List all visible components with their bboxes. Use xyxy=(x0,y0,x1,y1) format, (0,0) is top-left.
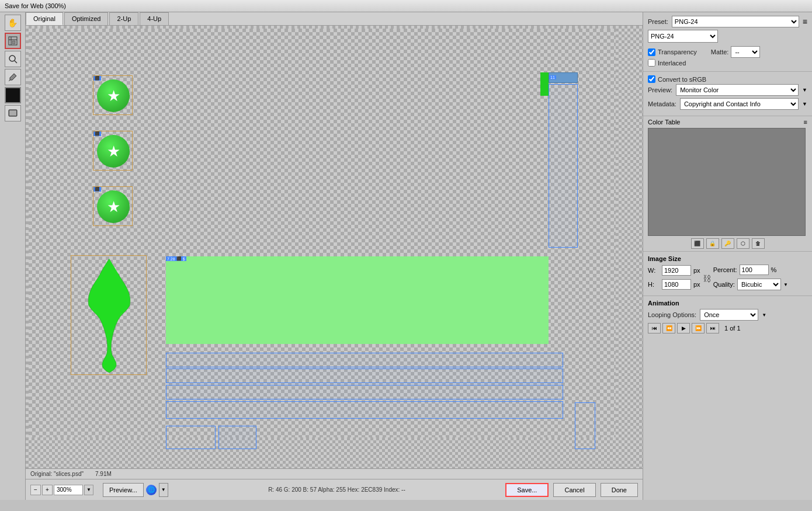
zoom-plus-btn[interactable]: + xyxy=(42,485,53,495)
eyedropper-tool[interactable] xyxy=(5,69,21,85)
matte-select[interactable]: -- xyxy=(731,46,760,58)
metadata-dropdown-arrow: ▼ xyxy=(802,101,807,107)
canvas-viewport[interactable]: ⬛ ★ ⬛ ★ ⬛ xyxy=(26,26,643,468)
metadata-select[interactable]: Copyright and Contact Info xyxy=(680,98,799,110)
color-table-section: Color Table ≡ ⬛ 🔒 🔑 ⬡ 🗑 xyxy=(643,116,812,251)
preview-select[interactable]: Monitor Color xyxy=(676,84,799,96)
percent-input[interactable] xyxy=(740,265,769,275)
title-text: Save for Web (300%) xyxy=(5,2,66,9)
image-size-section: Image Size W: px H: px ⛓ xyxy=(643,251,812,296)
bottom-left-controls: − + 300% ▼ Preview... 🌐 ▼ xyxy=(30,483,168,497)
anim-last-btn[interactable]: ⏭ xyxy=(706,323,719,333)
height-unit: px xyxy=(693,281,700,288)
svg-marker-3 xyxy=(12,41,15,44)
slice-frame-2: ⬛ ★ xyxy=(93,131,133,171)
metadata-row: Metadata: Copyright and Contact Info ▼ xyxy=(648,98,807,110)
slice-select-tool[interactable] xyxy=(5,33,21,49)
cancel-button[interactable]: Cancel xyxy=(553,483,595,497)
file-size: 7.91M xyxy=(95,471,112,477)
svg-point-4 xyxy=(9,55,15,61)
hand-tool[interactable]: ✋ xyxy=(5,15,21,31)
quality-select[interactable]: Bicubic xyxy=(737,279,781,290)
link-icon: ⛓ xyxy=(703,274,711,283)
svg-line-5 xyxy=(15,61,17,63)
zoom-dropdown[interactable]: ▼ xyxy=(84,485,93,495)
green-rect: 7.28 ⬛ $ xyxy=(166,256,549,344)
size-percent-group: Percent: % Quality: Bicubic ▼ xyxy=(713,265,788,292)
transparency-section: Transparency Matte: -- Interlaced xyxy=(648,46,807,67)
svg-rect-8 xyxy=(9,110,16,116)
preview-button[interactable]: Preview... xyxy=(103,483,144,497)
anim-prev-btn[interactable]: ⏪ xyxy=(662,323,675,333)
interlaced-checkbox[interactable] xyxy=(648,59,655,67)
transparency-row: Transparency Matte: -- xyxy=(648,46,807,58)
width-input[interactable] xyxy=(662,265,691,276)
zoom-tool[interactable] xyxy=(5,51,21,67)
ct-btn-1[interactable]: ⬛ xyxy=(691,238,704,249)
ct-btn-5[interactable]: 🗑 xyxy=(752,238,765,249)
height-label: H: xyxy=(648,281,660,288)
save-button[interactable]: Save... xyxy=(505,483,549,497)
svg-line-6 xyxy=(9,80,10,81)
slice-top-right: 11 xyxy=(549,72,578,83)
tab-4up[interactable]: 4-Up xyxy=(140,12,169,25)
ct-btn-4[interactable]: ⬡ xyxy=(737,238,749,249)
size-inputs-row: W: px H: px ⛓ Percent: xyxy=(648,265,807,292)
slice-frame-3: ⬛ ★ xyxy=(93,186,133,226)
height-row: H: px xyxy=(648,279,700,290)
preset-select[interactable]: PNG-24 xyxy=(672,16,799,27)
done-button[interactable]: Done xyxy=(601,483,638,497)
tab-original[interactable]: Original xyxy=(26,12,63,25)
preset-section: Preset: PNG-24 ≡ PNG-24 Transparency Mat xyxy=(643,12,812,72)
image-size-title: Image Size xyxy=(648,255,807,262)
ct-btn-2[interactable]: 🔒 xyxy=(706,238,719,249)
srgb-row: Convert to sRGB xyxy=(648,75,807,83)
looping-select[interactable]: Once Forever Other xyxy=(700,309,758,321)
slice-h1 xyxy=(166,353,563,367)
width-row: W: px xyxy=(648,265,700,276)
anim-play-btn[interactable]: ▶ xyxy=(677,323,690,333)
slice-h2 xyxy=(166,369,563,383)
percent-unit: % xyxy=(771,266,777,273)
canvas-area: Original Optimized 2-Up 4-Up ⬛ ★ xyxy=(26,12,643,500)
action-buttons: Save... Cancel Done xyxy=(505,483,638,497)
size-wh-group: W: px H: px xyxy=(648,265,700,291)
color-table-canvas xyxy=(648,128,806,236)
link-icon-container: ⛓ xyxy=(703,267,711,290)
height-input[interactable] xyxy=(662,279,691,290)
tabs-bar: Original Optimized 2-Up 4-Up xyxy=(26,12,643,26)
srgb-checkbox[interactable] xyxy=(648,75,655,83)
srgb-label: Convert to sRGB xyxy=(658,76,706,83)
zoom-display: 300% xyxy=(54,485,83,495)
color-section: Convert to sRGB Preview: Monitor Color ▼… xyxy=(643,72,812,116)
anim-next-btn[interactable]: ⏩ xyxy=(692,323,705,333)
slice-h3 xyxy=(166,385,563,399)
preview-toggle[interactable] xyxy=(5,105,21,121)
color-table-header: Color Table ≡ xyxy=(648,119,807,126)
slice-bottom-1 xyxy=(166,426,216,449)
quality-row: Quality: Bicubic ▼ xyxy=(713,279,788,290)
tab-2up[interactable]: 2-Up xyxy=(109,12,138,25)
color-swatch[interactable] xyxy=(5,87,21,103)
quality-dropdown: ▼ xyxy=(783,282,788,287)
ct-btn-3[interactable]: 🔑 xyxy=(721,238,734,249)
color-table-menu[interactable]: ≡ xyxy=(804,119,807,126)
format-row: PNG-24 xyxy=(648,30,807,43)
looping-label: Looping Options: xyxy=(648,311,696,318)
preset-menu-icon[interactable]: ≡ xyxy=(803,17,807,26)
slice-label-1: ⬛ xyxy=(95,76,100,80)
transparency-checkbox[interactable] xyxy=(648,48,655,56)
quality-label: Quality: xyxy=(713,281,735,288)
bottom-bar: − + 300% ▼ Preview... 🌐 ▼ R: 46 G: 200 B… xyxy=(26,479,643,500)
canvas-inner: ⬛ ★ ⬛ ★ ⬛ xyxy=(29,29,616,437)
slice-bottom-2 xyxy=(218,426,256,449)
preview-dropdown[interactable]: ▼ xyxy=(159,483,168,497)
animation-controls: ⏮ ⏪ ▶ ⏩ ⏭ 1 of 1 xyxy=(648,323,807,333)
color-table-title: Color Table xyxy=(648,119,680,126)
anim-first-btn[interactable]: ⏮ xyxy=(648,323,661,333)
zoom-minus-btn[interactable]: − xyxy=(30,485,41,495)
format-select[interactable]: PNG-24 xyxy=(648,30,718,43)
percent-row: Percent: % xyxy=(713,265,788,275)
tab-optimized[interactable]: Optimized xyxy=(64,12,109,25)
matte-label: Matte: xyxy=(711,48,729,55)
